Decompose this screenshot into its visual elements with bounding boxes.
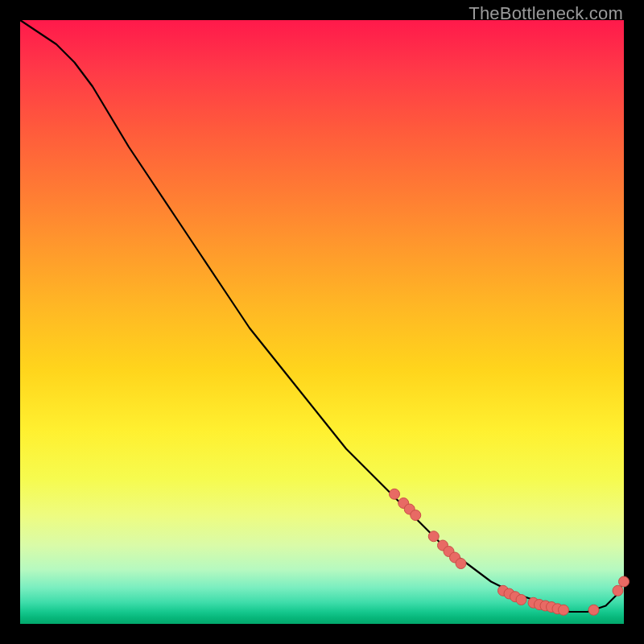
data-point bbox=[613, 585, 623, 596]
data-points bbox=[390, 489, 630, 615]
data-point bbox=[456, 559, 466, 569]
chart-svg bbox=[20, 20, 624, 624]
data-point bbox=[428, 531, 439, 542]
plot-area bbox=[20, 20, 624, 624]
data-point bbox=[516, 595, 526, 605]
data-point bbox=[411, 510, 421, 521]
data-point bbox=[619, 576, 630, 587]
chart-stage: TheBottleneck.com bbox=[0, 0, 644, 644]
data-point bbox=[390, 489, 400, 499]
bottleneck-curve bbox=[20, 20, 624, 612]
data-point bbox=[559, 605, 569, 615]
data-point bbox=[588, 605, 599, 615]
